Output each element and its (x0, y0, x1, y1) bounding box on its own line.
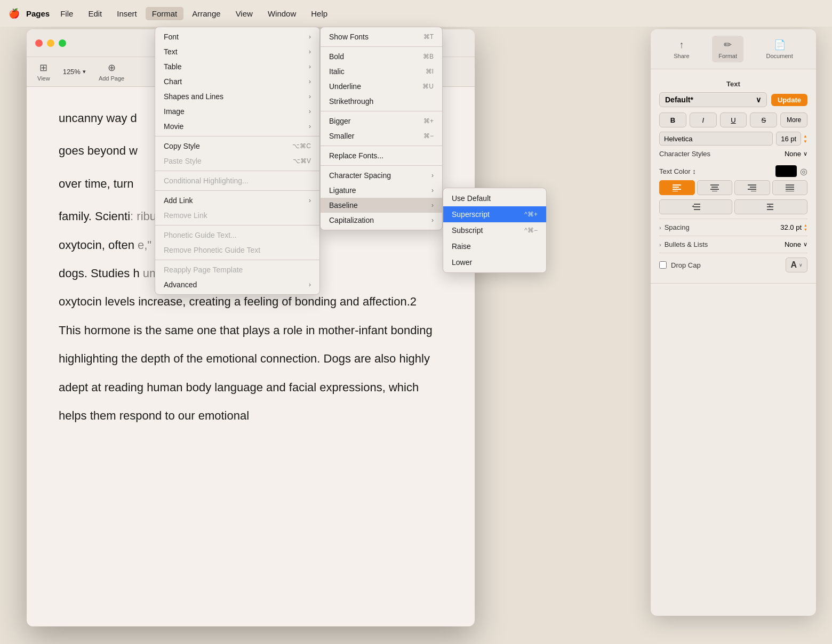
menubar-arrange[interactable]: Arrange (186, 7, 227, 20)
decrease-indent-button[interactable] (659, 199, 732, 214)
add-page-icon: ⊕ (108, 62, 116, 74)
svg-rect-14 (786, 189, 794, 190)
more-button[interactable]: More (780, 112, 807, 127)
menubar-view[interactable]: View (229, 7, 259, 20)
menu-item-copy-style[interactable]: Copy Style ⌥⌘C (155, 139, 319, 154)
menu-separator-5 (155, 260, 319, 260)
format-tab[interactable]: ✏ Format (712, 36, 743, 62)
share-tab[interactable]: ↑ Share (667, 36, 695, 62)
menu-item-chart[interactable]: Chart › (155, 74, 319, 89)
menu-image-label: Image (164, 107, 185, 116)
add-page-button[interactable]: ⊕ Add Page (99, 62, 124, 82)
bullets-control[interactable]: None ∨ (785, 240, 807, 248)
close-button[interactable] (35, 39, 43, 47)
font-smaller[interactable]: Smaller ⌘− (321, 128, 442, 143)
menu-item-movie[interactable]: Movie › (155, 119, 319, 134)
bullets-label-group[interactable]: › Bullets & Lists (659, 240, 708, 248)
document-tab[interactable]: 📄 Document (760, 36, 799, 62)
menu-item-shapes[interactable]: Shapes and Lines › (155, 89, 319, 104)
font-size-up-icon[interactable]: ▲ (803, 134, 807, 139)
menubar-help[interactable]: Help (305, 7, 334, 20)
maximize-button[interactable] (59, 39, 66, 47)
font-baseline[interactable]: Baseline › (321, 198, 442, 213)
text-color-row: Text Color ↕ ◎ (659, 162, 807, 180)
svg-rect-19 (694, 209, 700, 210)
menu-item-add-link[interactable]: Add Link › (155, 193, 319, 208)
apple-logo[interactable]: 🍎 (9, 8, 20, 19)
view-button[interactable]: ⊞ View (37, 62, 50, 82)
font-italic[interactable]: Italic ⌘I (321, 64, 442, 79)
baseline-raise[interactable]: Raise (443, 238, 546, 254)
spacing-label: Spacing (665, 223, 690, 231)
style-name: Default* (665, 95, 693, 104)
font-size-stepper[interactable]: ▲ ▼ (803, 134, 807, 144)
menu-item-font[interactable]: Font › (155, 29, 319, 44)
menubar-edit[interactable]: Edit (82, 7, 108, 20)
menubar-insert[interactable]: Insert (110, 7, 143, 20)
char-styles-value: None (785, 150, 801, 158)
font-family-dropdown[interactable]: Helvetica (659, 132, 773, 146)
baseline-superscript[interactable]: Superscript ^⌘+ (443, 206, 546, 222)
italic-button[interactable]: I (690, 112, 717, 127)
font-bigger[interactable]: Bigger ⌘+ (321, 114, 442, 128)
strikethrough-button[interactable]: S (750, 112, 777, 127)
font-capitalization[interactable]: Capitalization › (321, 213, 442, 228)
align-left-button[interactable] (659, 180, 695, 195)
menu-copy-style-label: Copy Style (164, 142, 200, 150)
font-character-spacing[interactable]: Character Spacing › (321, 168, 442, 183)
font-replace-fonts[interactable]: Replace Fonts... (321, 148, 442, 163)
use-default-label: Use Default (452, 194, 491, 203)
font-size-down-icon[interactable]: ▼ (803, 139, 807, 144)
menubar-window[interactable]: Window (261, 7, 302, 20)
update-button[interactable]: Update (771, 94, 807, 106)
font-sep-3 (321, 146, 442, 146)
color-wheel-icon[interactable]: ◎ (800, 166, 807, 176)
baseline-lower[interactable]: Lower (443, 254, 546, 270)
text-color-control[interactable]: ◎ (775, 165, 807, 177)
drop-cap-style-button[interactable]: A ∨ (786, 257, 807, 272)
svg-rect-15 (786, 191, 794, 191)
minimize-button[interactable] (47, 39, 54, 47)
char-styles-control[interactable]: None ∨ (785, 150, 807, 158)
font-underline[interactable]: Underline ⌘U (321, 79, 442, 94)
zoom-control[interactable]: 125% ▾ (63, 68, 86, 76)
spacing-label-group[interactable]: › Spacing (659, 223, 690, 231)
align-right-button[interactable] (734, 180, 770, 195)
baseline-use-default[interactable]: Use Default (443, 190, 546, 206)
font-strikethrough[interactable]: Strikethrough (321, 94, 442, 109)
align-justify-button[interactable] (772, 180, 808, 195)
baseline-subscript[interactable]: Subscript ^⌘− (443, 222, 546, 238)
menu-reapply-label: Reapply Page Template (164, 265, 243, 274)
ligature-arrow: › (431, 187, 434, 194)
menu-separator-3 (155, 190, 319, 191)
drop-cap-checkbox[interactable] (659, 261, 667, 269)
font-size-input[interactable]: 16 pt (776, 132, 801, 146)
svg-rect-5 (711, 187, 718, 188)
menu-item-advanced[interactable]: Advanced › (155, 277, 319, 292)
raise-label: Raise (452, 242, 471, 251)
align-center-button[interactable] (697, 180, 733, 195)
font-bold[interactable]: Bold ⌘B (321, 49, 442, 64)
show-fonts-shortcut: ⌘T (423, 33, 434, 41)
smaller-shortcut: ⌘− (423, 132, 434, 140)
font-submenu: Show Fonts ⌘T Bold ⌘B Italic ⌘I Underlin… (320, 27, 443, 230)
menubar-format[interactable]: Format (146, 7, 184, 20)
style-dropdown[interactable]: Default* ∨ (659, 92, 767, 107)
underline-button[interactable]: U (720, 112, 747, 127)
font-ligature[interactable]: Ligature › (321, 183, 442, 198)
italic-label: Italic (329, 67, 345, 76)
pages-app-label: Pages (26, 9, 50, 18)
menubar-file[interactable]: File (54, 7, 79, 20)
bold-button[interactable]: B (659, 112, 686, 127)
spacing-stepper[interactable]: ▲ ▼ (804, 223, 807, 231)
menu-item-remove-phonetic: Remove Phonetic Guide Text (155, 243, 319, 257)
menu-item-table[interactable]: Table › (155, 59, 319, 74)
menu-item-remove-link: Remove Link (155, 208, 319, 223)
menu-item-text[interactable]: Text › (155, 44, 319, 59)
increase-indent-button[interactable] (734, 199, 807, 214)
capitalization-label: Capitalization (329, 216, 374, 224)
superscript-label: Superscript (452, 210, 490, 219)
menu-item-image[interactable]: Image › (155, 104, 319, 119)
bold-label: Bold (329, 52, 344, 61)
font-show-fonts[interactable]: Show Fonts ⌘T (321, 29, 442, 44)
